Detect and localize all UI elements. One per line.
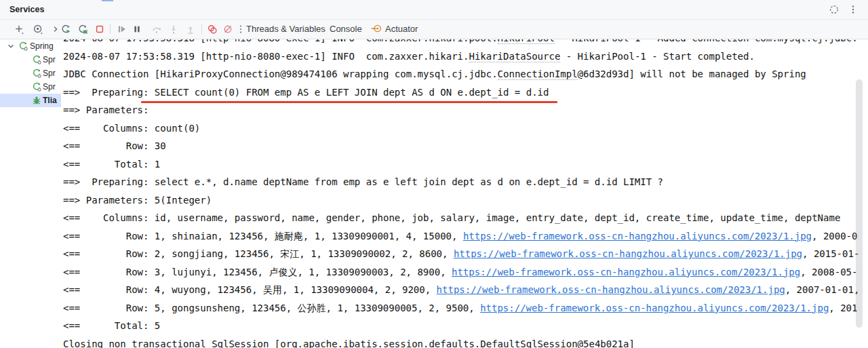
spring-boot-run-icon bbox=[18, 41, 28, 52]
tree-item-spr[interactable]: Spr bbox=[0, 66, 61, 80]
console-text: HikariPool bbox=[498, 39, 555, 44]
console-link[interactable]: https://web-framework.oss-cn-hangzhou.al… bbox=[454, 248, 802, 259]
console-line: ==> Parameters: 5(Integer) bbox=[63, 191, 868, 210]
spring-boot-run-icon bbox=[31, 54, 42, 65]
console-line: 2024-08-07 17:53:58.319 [http-nio-8080-e… bbox=[63, 47, 868, 66]
console-line: <== Row: 2, songjiang, 123456, 宋江, 1, 13… bbox=[63, 245, 868, 263]
console-text: <== Row: 3, lujunyi, 123456, 卢俊义, 1, 133… bbox=[63, 267, 452, 277]
tree-item-label: Spr bbox=[43, 53, 56, 66]
console-line: <== Row: 5, gongsunsheng, 123456, 公孙胜, 1… bbox=[63, 299, 868, 317]
console-line: <== Total: 5 bbox=[63, 317, 868, 335]
tab-console[interactable]: Console bbox=[330, 20, 362, 39]
console-text: @6d32d93d] will not be managed by Spring bbox=[578, 69, 806, 79]
console-line: ==> Parameters: bbox=[63, 101, 868, 119]
view-breakpoints-icon[interactable] bbox=[207, 24, 218, 35]
spring-boot-run-icon bbox=[31, 68, 42, 79]
console-text: JDBC Connection [HikariProxyConnection@9… bbox=[63, 69, 498, 79]
console-text: , 2007-01-01, bbox=[785, 284, 860, 295]
resume-icon[interactable] bbox=[116, 24, 127, 35]
console-line: Closing non transactional SqlSession [or… bbox=[63, 335, 868, 348]
pause-icon[interactable] bbox=[132, 24, 142, 35]
console-text: ==> Preparing: SELECT count(0) FROM emp … bbox=[63, 87, 549, 98]
console-text: <== Row: 4, wuyong, 123456, 吴用, 1, 13309… bbox=[63, 284, 437, 295]
console-link[interactable]: https://web-framework.oss-cn-hangzhou.al… bbox=[452, 267, 800, 277]
console-line: <== Columns: count(0) bbox=[63, 119, 868, 138]
chevron-right-icon[interactable] bbox=[50, 24, 61, 35]
services-tool-window: Services bbox=[0, 0, 868, 348]
top-progress-sliver bbox=[102, 0, 113, 1]
toolbar-separator bbox=[110, 24, 111, 34]
debug-bug-icon bbox=[31, 95, 42, 106]
console-line: JDBC Connection [HikariProxyConnection@9… bbox=[63, 65, 868, 83]
services-tree: SpringSprSprSprTlia bbox=[0, 39, 61, 348]
panel-title: Services bbox=[9, 0, 44, 19]
console-text: 2024-08-07 17:53:58.319 [http-nio-8080-e… bbox=[63, 51, 469, 62]
chevron-down-icon[interactable] bbox=[5, 41, 16, 52]
spring-boot-run-icon bbox=[31, 81, 42, 92]
console-text: <== Row: 1, shinaian, 123456, 施耐庵, 1, 13… bbox=[63, 231, 463, 241]
tree-item-spr[interactable]: Spr bbox=[0, 80, 61, 94]
console-text: <== Columns: count(0) bbox=[63, 123, 200, 134]
vertical-scrollbar-thumb[interactable] bbox=[856, 79, 863, 328]
rerun-debug-icon[interactable] bbox=[77, 24, 88, 35]
tool-window-settings-icon[interactable] bbox=[829, 4, 840, 15]
tab-threads-variables[interactable]: Threads & Variables bbox=[246, 20, 326, 39]
console-link[interactable]: https://web-framework.oss-cn-hangzhou.al… bbox=[480, 303, 829, 313]
console-text: <== Row: 5, gongsunsheng, 123456, 公孙胜, 1… bbox=[63, 303, 480, 313]
mute-breakpoints-icon[interactable] bbox=[222, 24, 233, 35]
console-text: @5e4b021a] bbox=[578, 339, 635, 348]
more-options-icon[interactable] bbox=[848, 4, 859, 15]
console-text: , 2008-05- bbox=[800, 267, 857, 277]
tree-item-spring[interactable]: Spring bbox=[0, 39, 61, 53]
rerun-icon[interactable] bbox=[60, 24, 71, 35]
console-text: DefaultSqlSession bbox=[480, 339, 577, 348]
console-text: ==> Parameters: 5(Integer) bbox=[63, 195, 212, 206]
console-text: - HikariPool-1 - Start completed. bbox=[560, 51, 755, 62]
console-line: 2024-08-07 17:53:58.318 [http-nio-8080-e… bbox=[63, 39, 868, 47]
console-text: <== Total: 5 bbox=[63, 320, 160, 331]
add-service-icon[interactable] bbox=[14, 24, 24, 35]
tree-item-spr[interactable]: Spr bbox=[0, 53, 61, 66]
console-line: ==> Preparing: SELECT count(0) FROM emp … bbox=[63, 83, 868, 102]
console-text: HikariDataSource bbox=[469, 51, 560, 62]
tree-item-tlia[interactable]: Tlia bbox=[0, 94, 61, 107]
console-text: ConnectionImpl bbox=[498, 69, 578, 80]
console-text: - HikariPool-1 - Added connection com.my… bbox=[555, 39, 858, 43]
actuator-icon bbox=[371, 22, 382, 33]
console-line: <== Columns: id, username, password, nam… bbox=[63, 209, 868, 227]
tab-actuator-label: Actuator bbox=[385, 24, 418, 34]
tab-actuator[interactable]: Actuator bbox=[371, 20, 418, 39]
console-line: <== Row: 4, wuyong, 123456, 吴用, 1, 13309… bbox=[63, 281, 868, 299]
console-text: , 2000-0 bbox=[812, 231, 857, 241]
console-line: ==> Preparing: select e.*, d.name deptNa… bbox=[63, 173, 868, 191]
toolbar-separator bbox=[201, 24, 202, 34]
console-link[interactable]: https://web-framework.oss-cn-hangzhou.al… bbox=[437, 284, 785, 295]
titlebar-actions bbox=[829, 4, 859, 15]
view-options-eye-icon[interactable] bbox=[33, 24, 43, 35]
step-out-icon[interactable] bbox=[185, 24, 196, 35]
console-line: <== Total: 1 bbox=[63, 155, 868, 174]
console-link[interactable]: https://web-framework.oss-cn-hangzhou.al… bbox=[463, 231, 812, 241]
console-output[interactable]: 2024-08-07 17:53:58.318 [http-nio-8080-e… bbox=[61, 39, 868, 348]
console-line: <== Row: 1, shinaian, 123456, 施耐庵, 1, 13… bbox=[63, 227, 868, 246]
console-text: <== Total: 1 bbox=[63, 159, 160, 170]
step-into-icon[interactable] bbox=[168, 24, 179, 35]
tree-item-label: Spr bbox=[43, 66, 56, 80]
tree-item-label: Tlia bbox=[43, 94, 57, 107]
titlebar: Services bbox=[0, 0, 868, 20]
stop-icon[interactable] bbox=[94, 24, 105, 35]
console-text: <== Columns: id, username, password, nam… bbox=[63, 212, 840, 223]
console-text: , 201 bbox=[829, 303, 857, 313]
tree-item-label: Spr bbox=[43, 80, 56, 94]
tree-item-label: Spring bbox=[30, 39, 54, 53]
console-line: <== Row: 3, lujunyi, 123456, 卢俊义, 1, 133… bbox=[63, 263, 868, 282]
more-toolbar-icon[interactable] bbox=[235, 24, 246, 35]
sql-red-underline-annotation bbox=[141, 101, 557, 103]
console-text: ==> Parameters: bbox=[63, 104, 155, 115]
step-over-icon[interactable] bbox=[151, 24, 162, 35]
debug-toolbar: Threads & Variables Console Actuator bbox=[0, 20, 868, 39]
console-text: <== Row: 30 bbox=[63, 140, 166, 151]
console-text: , 2015-01- bbox=[802, 248, 859, 259]
console-line: <== Row: 30 bbox=[63, 137, 868, 155]
console-text: <== Row: 2, songjiang, 123456, 宋江, 1, 13… bbox=[63, 248, 454, 259]
